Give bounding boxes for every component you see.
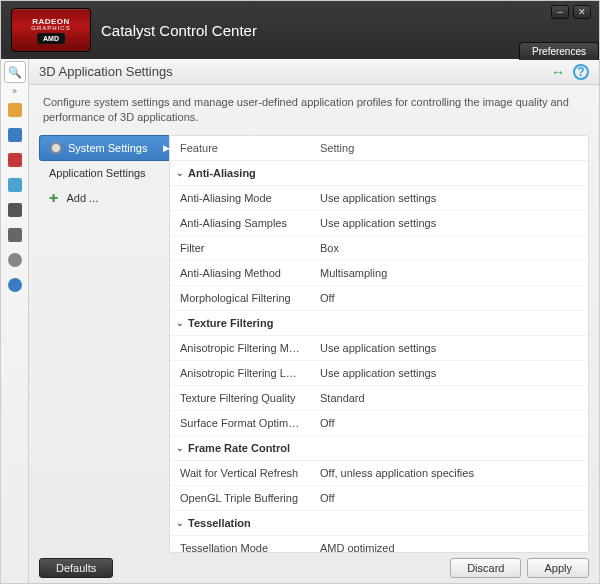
feature-cell: Filter	[170, 236, 310, 260]
feature-cell: Anti-Aliasing Mode	[170, 186, 310, 210]
sidebar-item-label: Add ...	[66, 192, 98, 204]
setting-cell: Off	[310, 486, 588, 510]
app-window: RADEON GRAPHICS AMD Catalyst Control Cen…	[0, 0, 600, 584]
table-row[interactable]: Anisotropic Filtering Mo...Use applicati…	[170, 336, 588, 361]
setting-cell: Use application settings	[310, 361, 588, 385]
feature-cell: Texture Filtering Quality	[170, 386, 310, 410]
setting-cell: AMD optimized	[310, 536, 588, 553]
group-name: Frame Rate Control	[188, 442, 290, 454]
sidebar-item-system-settings[interactable]: System Settings	[39, 135, 169, 161]
table-row[interactable]: Anti-Aliasing MethodMultisampling	[170, 261, 588, 286]
table-row[interactable]: Anti-Aliasing SamplesUse application set…	[170, 211, 588, 236]
table-row[interactable]: Tessellation ModeAMD optimized	[170, 536, 588, 553]
group-name: Anti-Aliasing	[188, 167, 256, 179]
setting-cell: Multisampling	[310, 261, 588, 285]
feature-cell: Wait for Vertical Refresh	[170, 461, 310, 485]
sidebar-item-application-settings[interactable]: Application Settings	[39, 161, 169, 186]
setting-cell: Off, unless application specifies	[310, 461, 588, 485]
feature-cell: Anisotropic Filtering Level	[170, 361, 310, 385]
sidebar-item-add[interactable]: Add ...	[39, 186, 169, 212]
close-button[interactable]: ✕	[573, 5, 591, 19]
page-header: 3D Application Settings ↔ ?	[29, 59, 599, 85]
setting-cell: Off	[310, 411, 588, 435]
table-body: ⌄Anti-AliasingAnti-Aliasing ModeUse appl…	[170, 161, 588, 553]
rail-power[interactable]	[4, 149, 26, 171]
chevron-down-icon: ⌄	[176, 168, 184, 178]
feature-cell: OpenGL Triple Buffering	[170, 486, 310, 510]
feature-cell: Anti-Aliasing Samples	[170, 211, 310, 235]
rail-gaming[interactable]	[4, 224, 26, 246]
feature-cell: Anisotropic Filtering Mo...	[170, 336, 310, 360]
group-name: Texture Filtering	[188, 317, 273, 329]
shortcut-icon[interactable]: ↔	[551, 64, 565, 80]
setting-cell: Off	[310, 286, 588, 310]
category-rail: 🔍 »	[1, 59, 29, 583]
apply-button[interactable]: Apply	[527, 558, 589, 578]
preferences-button[interactable]: Preferences	[519, 42, 599, 60]
sidebar-item-label: Application Settings	[49, 167, 146, 179]
minimize-button[interactable]: –	[551, 5, 569, 19]
setting-cell: Use application settings	[310, 336, 588, 360]
rail-capture[interactable]	[4, 199, 26, 221]
footer: Defaults Discard Apply	[29, 553, 599, 583]
search-icon: 🔍	[8, 66, 22, 79]
table-row[interactable]: Texture Filtering QualityStandard	[170, 386, 588, 411]
setting-cell: Standard	[310, 386, 588, 410]
table-row[interactable]: Anisotropic Filtering LevelUse applicati…	[170, 361, 588, 386]
logo-sub: GRAPHICS	[31, 25, 70, 31]
titlebar: RADEON GRAPHICS AMD Catalyst Control Cen…	[1, 1, 599, 59]
logo-bottom: AMD	[37, 33, 65, 44]
group-header[interactable]: ⌄Tessellation	[170, 511, 588, 536]
table-row[interactable]: FilterBox	[170, 236, 588, 261]
table-row[interactable]: Morphological FilteringOff	[170, 286, 588, 311]
chevron-down-icon: ⌄	[176, 443, 184, 453]
rail-pin-home[interactable]	[4, 99, 26, 121]
feature-cell: Anti-Aliasing Method	[170, 261, 310, 285]
table-row[interactable]: OpenGL Triple BufferingOff	[170, 486, 588, 511]
table-row[interactable]: Surface Format Optimiza...Off	[170, 411, 588, 436]
amd-logo: RADEON GRAPHICS AMD	[11, 8, 91, 52]
table-header: Feature Setting	[170, 136, 588, 161]
app-title: Catalyst Control Center	[101, 22, 257, 39]
feature-cell: Tessellation Mode	[170, 536, 310, 553]
rail-info[interactable]	[4, 274, 26, 296]
group-name: Tessellation	[188, 517, 251, 529]
group-header[interactable]: ⌄Frame Rate Control	[170, 436, 588, 461]
sidebar-item-label: System Settings	[68, 142, 147, 154]
header-feature: Feature	[170, 136, 310, 160]
rail-display[interactable]	[4, 124, 26, 146]
header-setting: Setting	[310, 136, 588, 160]
defaults-button[interactable]: Defaults	[39, 558, 113, 578]
setting-cell: Use application settings	[310, 186, 588, 210]
content: 🔍 » 3D Application Settings ↔ ? Configur…	[1, 59, 599, 583]
table-row[interactable]: Anti-Aliasing ModeUse application settin…	[170, 186, 588, 211]
main: 3D Application Settings ↔ ? Configure sy…	[29, 59, 599, 583]
page-body: Configure system settings and manage use…	[29, 85, 599, 553]
setting-cell: Box	[310, 236, 588, 260]
group-header[interactable]: ⌄Anti-Aliasing	[170, 161, 588, 186]
discard-button[interactable]: Discard	[450, 558, 521, 578]
window-controls: – ✕	[551, 5, 591, 19]
search-button[interactable]: 🔍	[4, 61, 26, 83]
rail-expand-button[interactable]: »	[4, 86, 26, 96]
split-panel: System Settings Application Settings Add…	[39, 135, 589, 553]
table-row[interactable]: Wait for Vertical RefreshOff, unless app…	[170, 461, 588, 486]
page-description: Configure system settings and manage use…	[39, 93, 589, 135]
setting-cell: Use application settings	[310, 211, 588, 235]
group-header[interactable]: ⌄Texture Filtering	[170, 311, 588, 336]
gear-icon	[50, 142, 62, 154]
settings-table: Feature Setting ⌄Anti-AliasingAnti-Alias…	[169, 135, 589, 553]
chevron-down-icon: ⌄	[176, 318, 184, 328]
profile-list: System Settings Application Settings Add…	[39, 135, 169, 553]
page-title: 3D Application Settings	[39, 64, 173, 79]
rail-performance[interactable]	[4, 249, 26, 271]
feature-cell: Morphological Filtering	[170, 286, 310, 310]
chevron-down-icon: ⌄	[176, 518, 184, 528]
feature-cell: Surface Format Optimiza...	[170, 411, 310, 435]
rail-video[interactable]	[4, 174, 26, 196]
help-button[interactable]: ?	[573, 64, 589, 80]
